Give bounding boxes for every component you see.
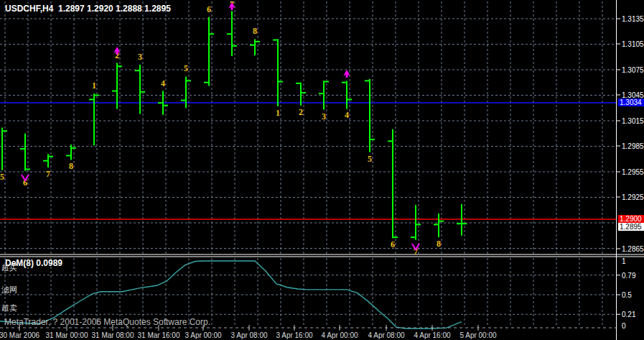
price-axis-label: 1.2985	[622, 142, 644, 150]
bar-count-label: 6	[203, 6, 215, 14]
indicator-scale-label: 1	[622, 257, 626, 265]
indicator-scale-label: 0.21	[622, 311, 635, 318]
indicator-scale-label: 0.5	[622, 291, 632, 299]
signal-arrow-up-icon	[228, 0, 236, 8]
price-axis-label: 1.2925	[622, 193, 644, 201]
red-level-price-tag: 1.2900	[618, 215, 644, 223]
price-axis-label: 1.2865	[622, 245, 644, 253]
bar-count-label: 4	[341, 111, 353, 119]
bar-count-label: 2	[295, 109, 307, 116]
chart-title: USDCHF,H4 1.2897 1.2920 1.2888 1.2895	[5, 4, 171, 14]
bar-count-label: 5	[0, 173, 8, 181]
time-axis-label: 3 Apr 16:00	[276, 331, 312, 339]
indicator-annotation: 超买	[1, 263, 17, 272]
metaquotes-watermark: MetaTrader, ? 2001-2006 MetaQuotes Softw…	[4, 317, 210, 327]
price-axis-label: 1.3015	[622, 117, 644, 125]
grid-lines	[0, 1, 616, 325]
bar-count-label: 1	[272, 109, 284, 117]
bar-count-label: 8	[249, 27, 261, 35]
signal-arrow-down-icon	[411, 241, 420, 249]
price-axis-label: 1.2955	[622, 168, 644, 176]
time-axis-label: 4 Apr 08:00	[368, 331, 404, 339]
chart-graphics	[0, 0, 644, 340]
time-axis-label: 31 Mar 08:00	[92, 331, 134, 339]
terminal-chart-window: USDCHF,H4 1.2897 1.2920 1.2888 1.2895 De…	[0, 0, 644, 340]
indicator-annotation: 超卖	[1, 303, 17, 312]
time-axis-label: 31 Mar 00:00	[46, 331, 88, 339]
signal-arrow-up-icon	[342, 68, 351, 75]
bar-count-label: 4	[157, 80, 169, 88]
bar-count-label: 7	[42, 170, 54, 178]
bid-price-tag: 1.2895	[618, 223, 644, 231]
signal-arrow-up-icon	[113, 45, 121, 52]
signal-arrow-down-icon	[21, 172, 29, 180]
price-axis-label: 1.3075	[622, 66, 644, 74]
indicator-annotation: 滤网	[1, 285, 17, 294]
bar-count-label: 6	[387, 241, 398, 249]
bar-count-label: 3	[318, 113, 330, 121]
level-lines	[0, 103, 616, 219]
indicator-scale-label: 0	[622, 322, 626, 330]
time-axis-label: 4 Apr 16:00	[414, 331, 450, 339]
price-axis-label: 1.3135	[622, 15, 644, 23]
time-axis-label: 3 Apr 08:00	[230, 331, 267, 339]
time-axis-label: 5 Apr 00:00	[459, 331, 496, 339]
bar-count-label: 8	[433, 240, 444, 248]
bar-count-label: 1	[88, 82, 100, 90]
time-axis-label: 31 Mar 16:00	[138, 331, 180, 339]
time-axis-label: 3 Apr 00:00	[185, 331, 221, 339]
time-axis-label: 4 Apr 00:00	[321, 331, 358, 339]
bar-count-label: 3	[134, 53, 146, 61]
time-axis-label: 30 Mar 2006	[0, 331, 39, 339]
price-axis-label: 1.3105	[622, 40, 644, 48]
bar-count-label: 5	[180, 65, 192, 73]
axis-ticks	[0, 19, 620, 331]
bar-count-label: 5	[364, 155, 375, 163]
bar-count-label: 8	[65, 162, 77, 170]
blue-level-price-tag: 1.3034	[618, 98, 644, 106]
indicator-scale-label: 0.79	[622, 272, 635, 280]
